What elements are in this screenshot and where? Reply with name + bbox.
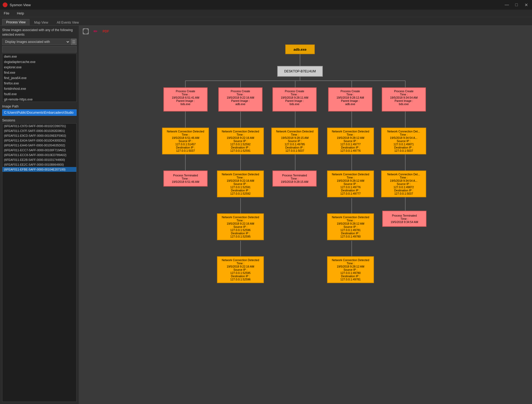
sidebar: Show images associated with any of the f… — [0, 26, 79, 404]
process-create-node[interactable]: Process Create Time : 19/5/2018 9:34:54 … — [382, 87, 426, 112]
session-item[interactable]: {6FEAF011-EE2C-5AFF-0000-0010B864800} — [2, 162, 76, 167]
toolbar: ✏ PDF — [82, 28, 111, 35]
maximize-button[interactable]: □ — [513, 2, 520, 7]
app-title: Sysmon View — [10, 3, 31, 7]
list-item[interactable]: firefox.exe — [2, 81, 76, 86]
app-icon — [3, 2, 8, 7]
terminated-node[interactable]: Process Terminated Time : 19/5/2018 9:28… — [272, 171, 317, 187]
graph-container: adb.exe DESKTOP-B7ELHUM Process Create T… — [79, 39, 521, 404]
session-item[interactable]: {6FEAF011-C97F-5AFF-0000-0010282E0801} — [2, 128, 76, 133]
network-node[interactable]: Network Connection Detected Time : 19/5/… — [217, 171, 264, 197]
session-item-selected[interactable]: {6FEAF011-EFBE-5AFF-0000-00104E207100} — [2, 167, 76, 172]
network-node[interactable]: Network Connection Detected Time : 19/5/… — [327, 171, 374, 197]
titlebar-left: Sysmon View — [3, 2, 31, 7]
session-item[interactable]: {6FEAF011-E9CD-5AFF-0000-00109EEF5902} — [2, 133, 76, 138]
tab-process-view[interactable]: Process View — [2, 19, 29, 25]
process-search-input[interactable] — [2, 46, 77, 53]
sessions-list[interactable]: {6FEAF011-C97D-5AFF-0000-00102CD90701} {… — [2, 123, 77, 402]
list-item[interactable]: fontdrvhost.exe — [2, 86, 76, 91]
tab-all-events-view[interactable]: All Events View — [53, 19, 83, 25]
sidebar-dropdown-row: Display Images associated with ☰ — [2, 39, 77, 45]
session-item[interactable]: {6FEAF011-EA40-5AFF-0000-001054635D02} — [2, 143, 76, 148]
network-node[interactable]: Network Connection Detected Time : 19/5/… — [217, 128, 264, 154]
close-button[interactable]: ✕ — [523, 2, 529, 8]
list-item[interactable]: dxgiadaptercache.exe — [2, 59, 76, 65]
dropdown-icon[interactable]: ☰ — [71, 39, 77, 45]
tabbar: Process View Map View All Events View — [0, 17, 532, 26]
main-content: Show images associated with any of the f… — [0, 26, 532, 404]
list-item[interactable]: fsutil.exe — [2, 91, 76, 97]
process-create-node[interactable]: Process Create Time : 19/5/2018 9:28:12 … — [328, 87, 372, 112]
canvas-area[interactable]: ✏ PDF — [79, 26, 532, 404]
network-node[interactable]: Network Connection Detected Time : 19/5/… — [217, 256, 264, 283]
menubar: File Help — [0, 10, 532, 17]
list-item[interactable]: dwm.exe — [2, 54, 76, 59]
network-node[interactable]: Network Connection Detected Time : 19/5/… — [327, 128, 374, 154]
list-item[interactable]: find.exe — [2, 70, 76, 75]
terminated-node[interactable]: Process Terminated Time : 19/5/2018 9:34… — [382, 211, 426, 227]
session-item[interactable]: {6FEAF011-ECC8-5AFF-0000-0010ED789A02} — [2, 153, 76, 157]
svg-rect-0 — [83, 29, 88, 34]
titlebar: Sysmon View — □ ✕ — [0, 0, 532, 10]
session-item[interactable]: {6FEAF011-ECC7-5AFF-0000-00100F719A02} — [2, 148, 76, 153]
session-item[interactable]: {6FEAF011-EE2B-5AFF-0000-001031744800} — [2, 157, 76, 162]
root-node[interactable]: adb.exe — [285, 45, 315, 54]
titlebar-controls: — □ ✕ — [504, 2, 529, 8]
display-images-dropdown[interactable]: Display Images associated with — [2, 39, 70, 45]
menu-file[interactable]: File — [2, 11, 11, 16]
network-node[interactable]: Network Connection Detected Time : 19/5/… — [327, 213, 374, 240]
network-node[interactable]: Network Connection Detected Time : 19/5/… — [217, 213, 264, 240]
image-path-label: Image Path — [2, 105, 77, 108]
tab-map-view[interactable]: Map View — [30, 19, 52, 25]
network-node[interactable]: Network Connection Det... Time : 19/5/20… — [381, 171, 426, 197]
process-list[interactable]: dwm.exe dxgiadaptercache.exe explorer.ex… — [2, 54, 77, 102]
machine-node[interactable]: DESKTOP-B7ELHUM — [277, 66, 323, 77]
process-create-node[interactable]: Process Create Time : 19/5/2018 9:22:16 … — [218, 87, 263, 112]
minimize-button[interactable]: — — [504, 2, 510, 7]
network-node[interactable]: Network Connection Detected Time : 19/5/… — [271, 128, 318, 154]
sidebar-show-images-label: Show images associated with any of the f… — [2, 28, 77, 37]
pdf-button[interactable]: PDF — [101, 28, 111, 35]
list-item[interactable]: explorer.exe — [2, 65, 76, 70]
menu-help[interactable]: Help — [15, 11, 26, 16]
network-node[interactable]: Network Connection Detected Time : 19/5/… — [162, 128, 209, 154]
sessions-label: Sessions — [2, 118, 77, 122]
process-create-node[interactable]: Process Create Time : 19/5/2018 6:51:41 … — [163, 87, 208, 112]
list-item[interactable]: git-remote-https.exe — [2, 97, 76, 102]
session-item[interactable]: {6FEAF011-EA34-5AFF-0000-0010D4305D02} — [2, 138, 76, 143]
network-node[interactable]: Network Connection Det... Time : 19/5/20… — [381, 128, 426, 154]
terminated-node[interactable]: Process Terminated Time : 19/5/2018 6:51… — [163, 171, 208, 187]
image-path-input[interactable] — [2, 109, 77, 116]
list-item[interactable]: find_java64.exe — [2, 75, 76, 81]
session-item[interactable]: {6FEAF011-C97D-5AFF-0000-00102CD90701} — [2, 124, 76, 128]
expand-button[interactable] — [82, 28, 90, 35]
edit-button[interactable]: ✏ — [91, 28, 99, 35]
network-node[interactable]: Network Connection Detected Time : 19/5/… — [327, 256, 374, 283]
process-create-node[interactable]: Process Create Time : 19/5/2018 9:28:11 … — [272, 87, 317, 112]
